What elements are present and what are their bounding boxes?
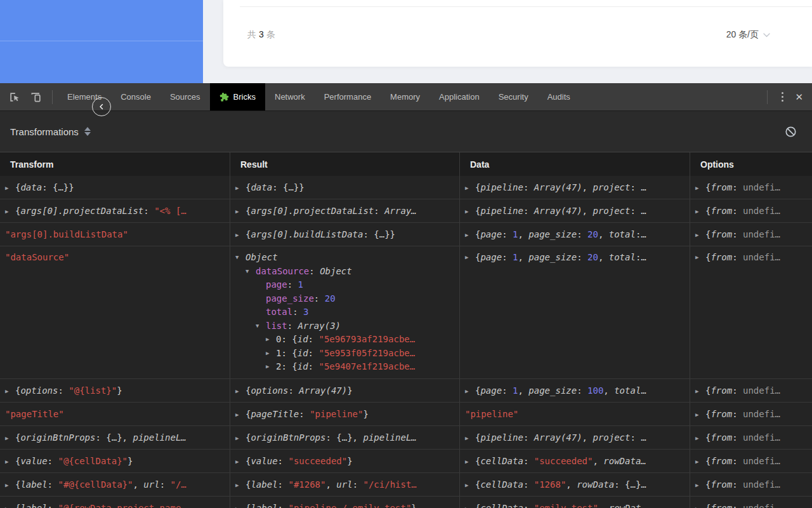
devtools-menu-icon[interactable] xyxy=(775,88,790,105)
cell-transform: ▶{data: {…}} xyxy=(0,176,230,199)
cell-transform: ▶{value: "@{cellData}"} xyxy=(0,450,230,472)
expand-toggle-icon[interactable]: ▶ xyxy=(5,474,15,496)
expand-toggle-icon[interactable]: ▶ xyxy=(235,380,246,402)
json-segment: undefi… xyxy=(743,385,780,396)
expand-toggle-icon[interactable]: ▶ xyxy=(695,200,705,222)
json-segment: : {…}} xyxy=(272,182,304,192)
tab-network[interactable]: Network xyxy=(265,83,315,110)
json-segment: dataSource xyxy=(256,266,309,276)
expand-toggle-icon[interactable]: ▶ xyxy=(5,497,15,508)
expand-toggle-icon[interactable]: ▶ xyxy=(465,450,475,472)
json-segment: "succeeded" xyxy=(288,456,347,466)
cell-data: "pipeline" xyxy=(460,403,690,425)
expand-toggle-icon[interactable]: ▶ xyxy=(266,360,276,373)
close-icon[interactable]: ✕ xyxy=(790,89,812,105)
expand-toggle-icon[interactable]: ▼ xyxy=(246,265,256,278)
json-segment: "5e96793af219acbe… xyxy=(318,334,415,344)
cell-result: ▶{args[0].projectDataList: Array… xyxy=(230,199,460,222)
expand-toggle-icon[interactable]: ▶ xyxy=(465,474,475,496)
tab-bricks[interactable]: Bricks xyxy=(210,83,265,110)
expand-toggle-icon[interactable]: ▶ xyxy=(266,347,276,360)
json-segment: url xyxy=(336,479,352,490)
cell-transform: ▶{args[0].projectDataList: "<% [… xyxy=(0,199,230,222)
json-segment: from xyxy=(710,432,732,443)
expand-toggle-icon[interactable]: ▶ xyxy=(465,200,475,222)
sidebar-collapse-button[interactable] xyxy=(92,97,111,116)
json-segment: page_size xyxy=(528,252,577,262)
json-segment: project xyxy=(593,206,630,216)
total-count: 3 xyxy=(256,29,266,39)
expand-toggle-icon[interactable]: ▶ xyxy=(235,177,246,199)
tab-memory[interactable]: Memory xyxy=(381,83,429,110)
cell-data: ▶{pipeline: Array(47), project: … xyxy=(460,426,690,449)
inspect-element-icon[interactable] xyxy=(4,88,25,107)
expand-toggle-icon[interactable]: ▶ xyxy=(5,450,15,472)
json-segment: , xyxy=(518,385,528,396)
expand-toggle-icon[interactable]: ▶ xyxy=(695,450,705,472)
json-segment: "#@{cellData}" xyxy=(58,479,133,490)
expand-toggle-icon[interactable]: ▼ xyxy=(256,319,266,333)
cell-options: ▶{from: undefi… xyxy=(690,403,812,425)
clear-icon[interactable] xyxy=(785,126,797,138)
json-segment: } xyxy=(363,409,368,419)
expand-toggle-icon[interactable]: ▶ xyxy=(465,224,475,246)
app-sidebar xyxy=(0,0,203,83)
expand-toggle-icon[interactable]: ▶ xyxy=(695,497,705,508)
expand-toggle-icon[interactable]: ▶ xyxy=(235,497,246,508)
tab-application[interactable]: Application xyxy=(429,83,489,110)
json-segment: from xyxy=(710,479,732,490)
expand-toggle-icon[interactable]: ▶ xyxy=(5,380,15,402)
cell-options: ▶{from: undefi… xyxy=(690,450,812,472)
expand-toggle-icon[interactable]: ▶ xyxy=(695,427,705,449)
expand-toggle-icon[interactable]: ▶ xyxy=(465,177,475,199)
expand-toggle-icon[interactable]: ▶ xyxy=(695,403,705,425)
tab-sources[interactable]: Sources xyxy=(160,83,210,110)
expand-toggle-icon[interactable]: ▶ xyxy=(695,251,705,264)
cell-options: ▶{from: undefi… xyxy=(690,199,812,222)
expand-toggle-icon[interactable]: ▶ xyxy=(235,224,246,246)
expand-toggle-icon[interactable]: ▶ xyxy=(5,177,15,199)
cell-data: ▶{page: 1, page_size: 100, total… xyxy=(460,379,690,402)
tab-console[interactable]: Console xyxy=(111,83,160,110)
cell-transform: "args[0].buildListData" xyxy=(0,223,230,246)
tab-audits[interactable]: Audits xyxy=(538,83,580,110)
json-segment: : xyxy=(732,409,743,419)
expand-toggle-icon[interactable]: ▶ xyxy=(695,380,705,402)
cell-options: ▶{from: undefi… xyxy=(690,246,812,378)
json-segment: } xyxy=(411,503,416,508)
expand-toggle-icon[interactable]: ▶ xyxy=(5,427,15,449)
json-segment: options xyxy=(20,385,58,396)
expand-toggle-icon[interactable]: ▶ xyxy=(465,427,475,449)
device-toolbar-icon[interactable] xyxy=(25,88,47,107)
tab-performance[interactable]: Performance xyxy=(315,83,381,110)
json-segment: "args[0].buildListData" xyxy=(5,229,128,239)
expand-toggle-icon[interactable]: ▶ xyxy=(235,450,246,472)
expand-toggle-icon[interactable]: ▶ xyxy=(235,200,246,222)
expand-toggle-icon[interactable]: ▶ xyxy=(266,333,276,346)
expand-toggle-icon[interactable]: ▶ xyxy=(695,224,705,246)
json-segment: : xyxy=(732,479,743,490)
transform-table-body: ▶{data: {…}}▶{data: {…}}▶{pipeline: Arra… xyxy=(0,176,812,508)
tab-security[interactable]: Security xyxy=(489,83,538,110)
expand-toggle-icon[interactable]: ▼ xyxy=(235,251,246,264)
json-segment: from xyxy=(710,229,732,239)
expand-toggle-icon[interactable]: ▶ xyxy=(465,380,475,402)
puzzle-piece-icon xyxy=(218,91,230,103)
devtools-tabbar: Elements Console Sources Bricks Network … xyxy=(0,83,812,110)
expand-toggle-icon[interactable]: ▶ xyxy=(235,427,246,449)
expand-toggle-icon[interactable]: ▶ xyxy=(695,177,705,199)
table-row: ▶{options: "@{list}"}▶{options: Array(47… xyxy=(0,379,812,403)
expand-toggle-icon[interactable]: ▶ xyxy=(5,200,15,222)
json-segment: pipeline xyxy=(480,432,523,443)
json-segment: undefi… xyxy=(743,182,780,192)
json-segment: , xyxy=(598,503,609,508)
expand-toggle-icon[interactable]: ▶ xyxy=(465,251,475,264)
expand-toggle-icon[interactable]: ▶ xyxy=(695,474,705,496)
json-segment: Array(3) xyxy=(298,321,341,331)
expand-toggle-icon[interactable]: ▶ xyxy=(235,403,246,425)
sort-selector-icon[interactable] xyxy=(84,127,91,136)
expand-toggle-icon[interactable]: ▶ xyxy=(235,474,246,496)
page-size-select[interactable]: 20 条/页 xyxy=(726,29,770,41)
json-segment: undefi… xyxy=(743,456,780,466)
expand-toggle-icon[interactable]: ▶ xyxy=(465,497,475,508)
